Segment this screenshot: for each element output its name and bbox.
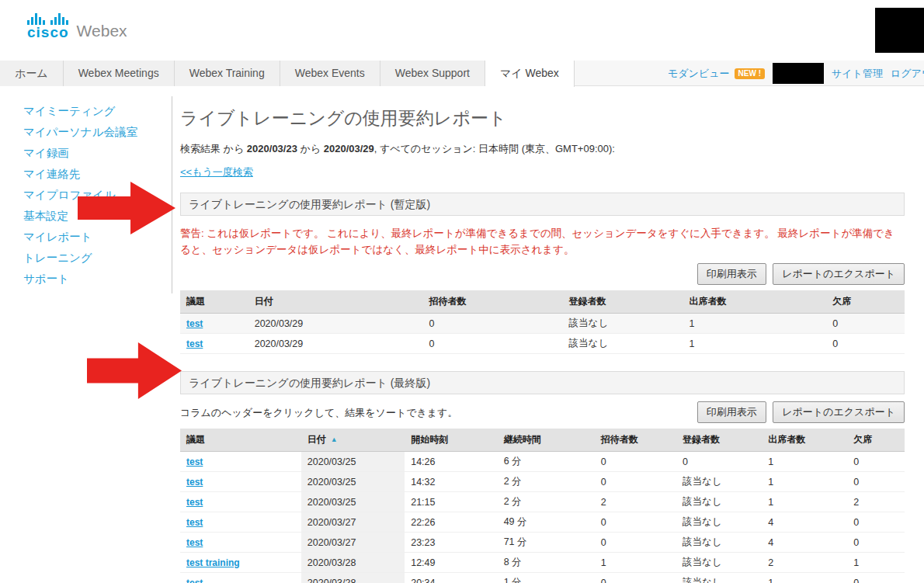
column-header[interactable]: 欠席 xyxy=(847,429,905,452)
table-cell: 2 xyxy=(595,492,676,512)
table-cell: 0 xyxy=(423,314,563,334)
search-again-link[interactable]: <<もう一度検索 xyxy=(180,165,253,179)
session-link[interactable]: test xyxy=(186,578,203,583)
nav-tab-1[interactable]: ホーム xyxy=(0,61,64,86)
redacted-region xyxy=(875,8,924,53)
column-header[interactable]: 招待者数 xyxy=(595,429,676,452)
session-link[interactable]: test training xyxy=(186,557,240,568)
table-cell: test xyxy=(180,533,301,553)
export-report-button[interactable]: レポートのエクスポート xyxy=(773,263,905,285)
sidebar-item[interactable]: マイ録画 xyxy=(23,143,172,164)
site-admin-link[interactable]: サイト管理 xyxy=(832,67,883,81)
provisional-section: ライブトレーニングの使用要約レポート (暫定版) 警告: これは仮レポートです。… xyxy=(180,193,905,354)
table-cell: 0 xyxy=(595,472,676,492)
table-cell: 0 xyxy=(847,573,905,583)
sidebar-item[interactable]: マイレポート xyxy=(23,227,172,248)
webex-logo: cisco Webex xyxy=(27,12,127,40)
table-cell: 2020/03/29 xyxy=(248,314,423,334)
table-cell: 1 xyxy=(595,553,676,573)
table-cell: test xyxy=(180,452,301,472)
column-header: 招待者数 xyxy=(423,290,563,314)
column-header[interactable]: 日付▲ xyxy=(301,429,405,452)
table-cell: 2 分 xyxy=(498,492,595,512)
table-cell: 該当なし xyxy=(676,553,762,573)
table-cell: 該当なし xyxy=(676,533,762,553)
table-row: test2020/03/2521:152 分2該当なし12 xyxy=(180,492,905,512)
column-header: 欠席 xyxy=(826,290,905,314)
main-navbar: ホームWebex MeetingsWebex TrainingWebex Eve… xyxy=(0,61,924,86)
logout-link[interactable]: ログアウト xyxy=(891,67,924,81)
table-cell: 1 xyxy=(762,573,847,583)
column-header[interactable]: 登録者数 xyxy=(676,429,762,452)
session-link[interactable]: test xyxy=(186,537,203,548)
table-row: test2020/03/2820:341 分0該当なし10 xyxy=(180,573,905,583)
page-title: ライブトレーニングの使用要約レポート xyxy=(180,106,905,130)
table-cell: 71 分 xyxy=(498,533,595,553)
table-cell: test xyxy=(180,314,248,334)
webex-wordmark: Webex xyxy=(77,23,127,40)
search-summary-text: , すべてのセッション: 日本時間 (東京、GMT+09:00): xyxy=(374,143,615,154)
column-header[interactable]: 議題 xyxy=(180,429,301,452)
table-cell: 該当なし xyxy=(676,472,762,492)
sidebar-item[interactable]: サポート xyxy=(23,269,172,290)
column-header: 登録者数 xyxy=(563,290,683,314)
table-cell: 0 xyxy=(595,533,676,553)
nav-right-links: モダンビューNEW ! サイト管理 ログアウト xyxy=(668,61,924,86)
table-cell: 0 xyxy=(847,533,905,553)
table-cell: 2020/03/27 xyxy=(301,512,405,533)
table-cell: 12:49 xyxy=(405,553,497,573)
column-header[interactable]: 開始時刻 xyxy=(405,429,497,452)
final-table: 議題日付▲開始時刻継続時間招待者数登録者数出席者数欠席test2020/03/2… xyxy=(180,429,905,583)
session-link[interactable]: test xyxy=(186,318,203,329)
provisional-table: 議題日付招待者数登録者数出席者数欠席test2020/03/290該当なし10t… xyxy=(180,290,905,354)
cisco-bars-icon xyxy=(27,12,68,25)
column-header: 日付 xyxy=(248,290,423,314)
search-summary-text: 検索結果 から xyxy=(180,143,247,154)
sidebar-item[interactable]: トレーニング xyxy=(23,248,172,269)
sidebar-item[interactable]: マイ連絡先 xyxy=(23,164,172,185)
final-button-row: 印刷用表示 レポートのエクスポート xyxy=(694,401,905,423)
print-view-button[interactable]: 印刷用表示 xyxy=(697,401,766,423)
table-cell: 2 分 xyxy=(498,472,595,492)
provisional-section-title: ライブトレーニングの使用要約レポート (暫定版) xyxy=(180,193,905,216)
table-cell: 2020/03/29 xyxy=(248,334,423,354)
table-cell: test xyxy=(180,472,301,492)
session-link[interactable]: test xyxy=(186,477,203,488)
main-content: ライブトレーニングの使用要約レポート 検索結果 から 2020/03/23 から… xyxy=(180,86,905,583)
new-badge: NEW ! xyxy=(735,68,765,79)
search-summary-text: から xyxy=(297,143,324,154)
table-cell: 1 xyxy=(683,314,826,334)
date-from: 2020/03/23 xyxy=(247,143,297,154)
nav-tab-6[interactable]: マイ Webex xyxy=(485,61,575,87)
modern-view-link[interactable]: モダンビュー xyxy=(668,67,730,81)
redacted-user-name xyxy=(773,63,824,84)
table-cell: 0 xyxy=(676,452,762,472)
table-cell: 1 xyxy=(762,472,847,492)
nav-tab-2[interactable]: Webex Meetings xyxy=(64,61,175,86)
sidebar-item[interactable]: マイミーティング xyxy=(23,101,172,122)
table-cell: 0 xyxy=(595,452,676,472)
table-cell: test xyxy=(180,512,301,533)
export-report-button[interactable]: レポートのエクスポート xyxy=(773,401,905,423)
table-cell: 22:26 xyxy=(405,512,497,533)
table-row: test2020/03/2514:266 分0010 xyxy=(180,452,905,472)
sidebar-item[interactable]: マイパーソナル会議室 xyxy=(23,122,172,143)
column-header[interactable]: 出席者数 xyxy=(762,429,847,452)
nav-tab-5[interactable]: Webex Support xyxy=(380,61,485,86)
table-row: test2020/03/2723:2371 分0該当なし40 xyxy=(180,533,905,553)
nav-tab-3[interactable]: Webex Training xyxy=(175,61,280,86)
session-link[interactable]: test xyxy=(186,517,203,528)
table-cell: 0 xyxy=(847,512,905,533)
table-cell: 14:32 xyxy=(405,472,497,492)
table-cell: 該当なし xyxy=(676,492,762,512)
session-link[interactable]: test xyxy=(186,338,203,349)
print-view-button[interactable]: 印刷用表示 xyxy=(697,263,766,285)
session-link[interactable]: test xyxy=(186,456,203,467)
session-link[interactable]: test xyxy=(186,497,203,508)
table-row: test2020/03/290該当なし10 xyxy=(180,334,905,354)
nav-tab-4[interactable]: Webex Events xyxy=(280,61,380,86)
table-cell: 1 xyxy=(847,553,905,573)
column-header[interactable]: 継続時間 xyxy=(498,429,595,452)
table-cell: 該当なし xyxy=(563,314,683,334)
table-cell: 1 分 xyxy=(498,573,595,583)
